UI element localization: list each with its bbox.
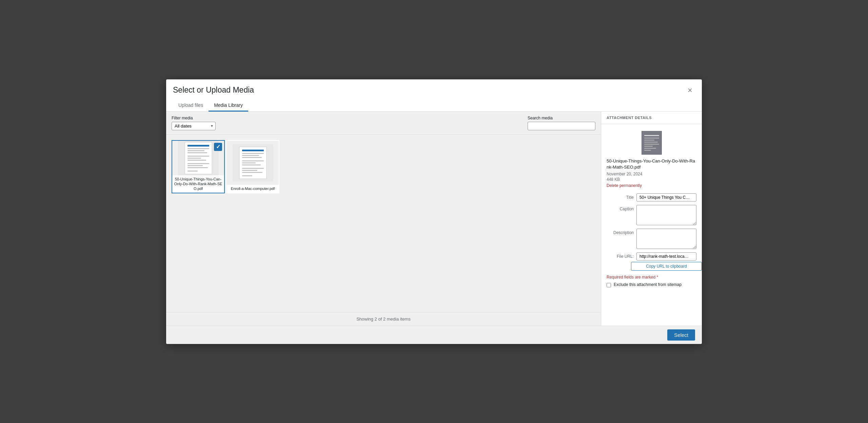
attachment-sidebar: ATTACHMENT DETAILS: [601, 112, 702, 326]
required-text: Required fields are marked: [607, 275, 655, 280]
svg-rect-17: [242, 155, 259, 156]
search-input[interactable]: [528, 122, 595, 130]
search-section: Search media: [528, 116, 595, 130]
attachment-size: 448 KB: [601, 177, 702, 183]
tab-upload-files[interactable]: Upload files: [173, 100, 209, 112]
file-url-field-label: File URL:: [607, 252, 634, 259]
svg-rect-29: [644, 138, 659, 138]
exclude-checkbox[interactable]: [607, 283, 611, 287]
svg-rect-4: [188, 150, 204, 151]
attachment-date: November 20, 2024: [601, 172, 702, 177]
description-field-textarea[interactable]: [636, 229, 696, 249]
media-item-label-1: 50-Unique-Things-You-Can-Only-Do-With-Ra…: [172, 175, 224, 193]
svg-rect-11: [188, 167, 208, 168]
svg-rect-7: [188, 158, 201, 159]
attachment-pdf-icon: [642, 131, 662, 155]
select-button[interactable]: Select: [667, 329, 695, 341]
svg-rect-16: [242, 153, 264, 154]
svg-rect-34: [644, 148, 656, 149]
description-field-row: Description: [607, 229, 696, 249]
filter-select-wrapper: All dates January 2024 February 2024: [172, 122, 216, 130]
required-note: Required fields are marked *: [601, 271, 702, 282]
caption-field-textarea[interactable]: [636, 205, 696, 225]
exclude-label: Exclude this attachment from sitemap: [614, 282, 682, 287]
svg-rect-28: [644, 135, 659, 136]
svg-rect-10: [188, 165, 203, 166]
svg-rect-8: [188, 160, 206, 161]
search-label: Search media: [528, 116, 595, 120]
svg-rect-21: [242, 165, 261, 166]
copy-url-button[interactable]: Copy URL to clipboard: [631, 262, 702, 271]
modal-body: Filter media All dates January 2024 Febr…: [166, 112, 702, 326]
tab-media-library[interactable]: Media Library: [209, 100, 248, 112]
svg-rect-31: [644, 142, 658, 142]
modal-title-row: Select or Upload Media ×: [173, 85, 695, 96]
svg-rect-5: [188, 152, 207, 153]
attachment-header: ATTACHMENT DETAILS: [601, 112, 702, 124]
delete-permanently-link[interactable]: Delete permanently: [601, 183, 702, 193]
modal-tabs: Upload files Media Library: [173, 100, 695, 111]
filter-label: Filter media: [172, 116, 216, 120]
svg-rect-18: [242, 157, 262, 158]
file-url-field-input[interactable]: [636, 252, 696, 261]
svg-rect-35: [644, 150, 651, 151]
svg-rect-25: [242, 175, 252, 176]
selected-check-1: ✓: [214, 143, 222, 151]
svg-rect-2: [188, 145, 209, 147]
svg-rect-3: [188, 148, 209, 149]
title-field-row: Title: [607, 193, 696, 201]
svg-rect-32: [644, 144, 659, 145]
media-toolbar: Filter media All dates January 2024 Febr…: [166, 112, 601, 135]
modal-title: Select or Upload Media: [173, 85, 254, 95]
file-url-field-row: File URL:: [607, 252, 696, 261]
svg-rect-33: [644, 146, 653, 147]
media-count: Showing 2 of 2 media items: [166, 312, 601, 326]
exclude-row: Exclude this attachment from sitemap: [601, 282, 702, 293]
filter-section: Filter media All dates January 2024 Febr…: [172, 116, 216, 130]
required-marker: *: [656, 275, 658, 280]
svg-rect-26: [642, 131, 662, 155]
modal-overlay: Select or Upload Media × Upload files Me…: [0, 0, 868, 423]
filter-select[interactable]: All dates January 2024 February 2024: [172, 122, 216, 130]
svg-rect-9: [188, 163, 209, 164]
modal-header: Select or Upload Media × Upload files Me…: [166, 79, 702, 112]
modal-footer: Select: [166, 326, 702, 344]
svg-rect-20: [242, 162, 256, 164]
media-thumb-2: [227, 141, 279, 185]
svg-rect-15: [242, 150, 264, 151]
media-grid-area: ✓: [166, 135, 601, 312]
attachment-icon-area: [601, 124, 702, 158]
media-item-2[interactable]: Enroll-a-Mac-computer.pdf: [226, 140, 279, 193]
svg-rect-12: [188, 171, 198, 172]
caption-field-row: Caption: [607, 205, 696, 225]
media-grid: ✓: [172, 140, 595, 193]
title-field-label: Title: [607, 193, 634, 200]
title-field-input[interactable]: [636, 193, 696, 201]
media-item-1[interactable]: ✓: [172, 140, 225, 193]
svg-rect-23: [242, 170, 257, 171]
pdf-thumb-svg-2: [233, 144, 273, 181]
pdf-thumb-svg-1: [178, 141, 219, 175]
caption-field-label: Caption: [607, 205, 634, 211]
svg-rect-6: [188, 156, 209, 157]
close-button[interactable]: ×: [685, 85, 695, 96]
media-modal: Select or Upload Media × Upload files Me…: [166, 79, 702, 344]
media-item-label-2: Enroll-a-Mac-computer.pdf: [227, 185, 279, 192]
attachment-fields: Title Caption Description: [601, 193, 702, 261]
description-field-label: Description: [607, 229, 634, 235]
svg-rect-19: [242, 160, 264, 161]
svg-rect-30: [644, 140, 654, 140]
media-area: Filter media All dates January 2024 Febr…: [166, 112, 601, 326]
svg-rect-24: [242, 172, 262, 173]
svg-rect-22: [242, 168, 264, 169]
attachment-filename: 50-Unique-Things-You-Can-Only-Do-With-Ra…: [601, 158, 702, 172]
